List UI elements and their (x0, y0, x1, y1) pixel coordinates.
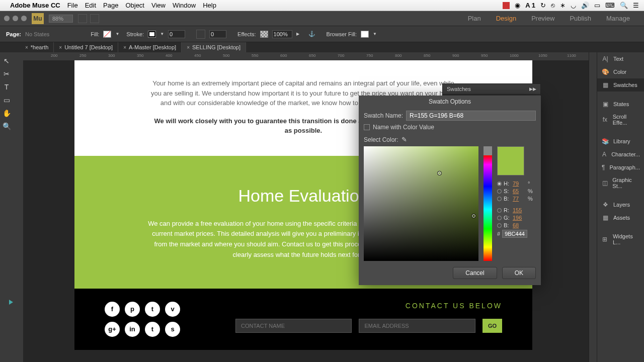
text-tool[interactable]: T (2, 82, 11, 92)
effects-input[interactable] (272, 30, 292, 38)
contact-name-input[interactable] (235, 319, 352, 333)
rectangle-tool[interactable]: ▭ (2, 96, 11, 105)
effects-dropdown-icon[interactable]: ▶ (296, 32, 299, 36)
search-icon[interactable]: 🔍 (620, 2, 628, 9)
close-icon[interactable]: × (123, 45, 126, 50)
panel-swatches[interactable]: ▦Swatches (597, 78, 644, 92)
stroke-dropdown-icon[interactable]: ▼ (160, 32, 164, 36)
zoom-window[interactable] (21, 16, 27, 21)
go-button[interactable]: GO (482, 319, 502, 333)
panel-text[interactable]: A|Text (597, 52, 644, 65)
cancel-button[interactable]: Cancel (453, 267, 497, 279)
panel-widgets[interactable]: ⊞Widgets L... (597, 230, 644, 248)
wifi-icon[interactable]: ◡ (571, 2, 576, 9)
sv-cursor[interactable] (437, 171, 442, 175)
menu-icon[interactable]: ☰ (633, 2, 639, 9)
menu-view[interactable]: View (151, 2, 166, 9)
cc-icon[interactable]: ◉ (515, 2, 520, 9)
tumblr-icon[interactable]: t (145, 322, 160, 337)
s-radio[interactable] (497, 189, 502, 194)
close-icon[interactable]: × (187, 45, 190, 50)
close-icon[interactable]: × (59, 45, 62, 50)
volume-icon[interactable]: 🔊 (581, 2, 589, 9)
browser-fill-dropdown-icon[interactable]: ▼ (373, 32, 377, 36)
input-icon[interactable]: ⌨ (605, 2, 615, 9)
ruler-marker[interactable] (9, 300, 13, 305)
corner-icon[interactable] (196, 30, 205, 39)
eyedropper-icon[interactable]: ✎ (401, 136, 407, 143)
name-with-value-checkbox[interactable] (364, 124, 370, 130)
saturation-value-field[interactable] (364, 146, 478, 261)
facebook-icon[interactable]: f (105, 302, 120, 317)
menu-page[interactable]: Page (103, 2, 118, 9)
g-radio[interactable] (497, 216, 502, 220)
hex-input[interactable] (502, 230, 527, 238)
menu-object[interactable]: Object (125, 2, 144, 9)
selection-tool[interactable]: ↖ (2, 56, 11, 65)
canvas[interactable]: Your home is an extremely important piec… (23, 60, 589, 362)
fill-dropdown-icon[interactable]: ▼ (115, 32, 119, 36)
adobe-badge[interactable]: A 1 (525, 2, 535, 9)
bl-radio[interactable] (497, 223, 502, 228)
bluetooth-icon[interactable]: ∗ (560, 2, 566, 9)
panel-paragraph[interactable]: ¶Paragraph... (597, 161, 644, 174)
menu-file[interactable]: File (67, 2, 78, 9)
hue-bar[interactable] (484, 146, 492, 261)
zoom-tool[interactable]: 🔍 (2, 122, 11, 131)
b-value[interactable]: 77 (513, 196, 526, 202)
panel-character[interactable]: ACharacter... (597, 148, 644, 161)
tab-amaster[interactable]: ×A-Master [Desktop] (118, 42, 182, 52)
linkedin-icon[interactable]: in (125, 322, 140, 337)
close-window[interactable] (4, 16, 10, 21)
stroke-swatch[interactable] (148, 31, 156, 38)
skype-icon[interactable]: s (165, 322, 180, 337)
mode-plan[interactable]: Plan (468, 15, 481, 22)
googleplus-icon[interactable]: g+ (105, 322, 120, 337)
menu-window[interactable]: Window (173, 2, 196, 9)
tab-selling[interactable]: ×SELLING [Desktop] (182, 42, 246, 52)
h-value[interactable]: 79 (513, 180, 526, 187)
mode-design[interactable]: Design (496, 15, 516, 22)
ok-button[interactable]: OK (502, 267, 536, 279)
panel-states[interactable]: ▣States (597, 98, 644, 111)
menu-help[interactable]: Help (203, 2, 216, 9)
vimeo-icon[interactable]: v (165, 302, 180, 317)
page-value[interactable]: No States (25, 31, 49, 37)
panel-layers[interactable]: ❖Layers (597, 198, 644, 211)
h-radio[interactable] (497, 182, 502, 186)
twitter-icon[interactable]: t (145, 302, 160, 317)
panel-assets[interactable]: ▦Assets (597, 211, 644, 224)
crop-tool[interactable]: ✂ (2, 69, 11, 78)
undo-icon[interactable] (78, 14, 87, 23)
panel-graphic[interactable]: ◫Graphic St... (597, 174, 644, 192)
mode-manage[interactable]: Manage (606, 15, 630, 22)
g-value[interactable]: 196 (513, 215, 526, 221)
fill-swatch[interactable] (103, 31, 111, 38)
swatches-header[interactable]: Swatches ▶▶ (443, 84, 540, 95)
sync-icon[interactable]: ↻ (540, 2, 546, 9)
redo-icon[interactable] (90, 14, 99, 23)
tab-untitled7[interactable]: ×Untitled 7 [Desktop] (54, 42, 118, 52)
s-value[interactable]: 65 (513, 188, 526, 194)
record-icon[interactable] (503, 2, 510, 9)
bl-value[interactable]: 68 (513, 222, 526, 228)
stroke-weight-input[interactable] (168, 30, 185, 38)
panel-scroll[interactable]: fxScroll Effe... (597, 111, 644, 129)
anchor-icon[interactable]: ⚓ (308, 31, 315, 37)
effects-swatch[interactable] (260, 31, 268, 38)
panel-color[interactable]: 🎨Color (597, 65, 644, 78)
browser-fill-swatch[interactable] (361, 31, 369, 38)
b-radio[interactable] (497, 197, 502, 201)
close-icon[interactable]: × (25, 45, 28, 50)
corner-input[interactable] (209, 30, 226, 38)
pinterest-icon[interactable]: p (125, 302, 140, 317)
menu-edit[interactable]: Edit (85, 2, 96, 9)
tab-hearth[interactable]: ×*hearth (20, 42, 54, 52)
battery-icon[interactable]: ▭ (594, 2, 600, 9)
headphones-icon[interactable]: ⎋ (551, 2, 555, 9)
minimize-window[interactable] (13, 16, 18, 21)
vertical-scrollbar[interactable] (589, 52, 597, 362)
swatch-name-input[interactable] (406, 111, 536, 121)
mode-preview[interactable]: Preview (531, 15, 554, 22)
r-radio[interactable] (497, 208, 502, 213)
